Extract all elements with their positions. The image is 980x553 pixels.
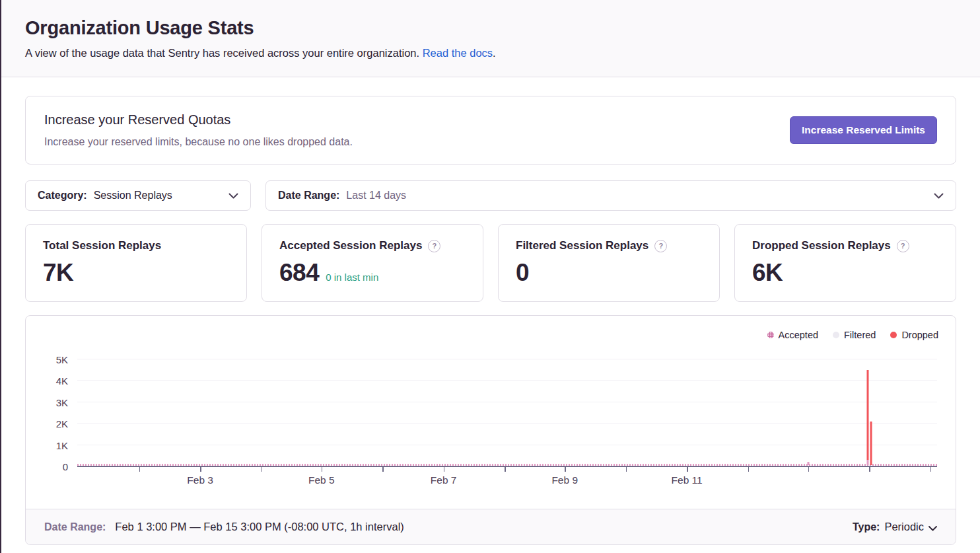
x-tick bbox=[382, 467, 384, 472]
x-axis-label-area bbox=[43, 466, 938, 509]
x-tick bbox=[200, 467, 201, 472]
stat-card-filtered: Filtered Session Replays ? 0 bbox=[498, 224, 720, 302]
x-tick bbox=[139, 467, 141, 472]
stat-card-accepted: Accepted Session Replays ? 684 0 in last… bbox=[262, 224, 483, 302]
type-select[interactable]: Type: Periodic bbox=[853, 521, 937, 533]
legend-item-dropped[interactable]: Dropped bbox=[890, 330, 938, 340]
date-range-select[interactable]: Date Range: Last 14 days bbox=[265, 180, 956, 211]
stat-label: Accepted Session Replays bbox=[279, 239, 422, 252]
accepted-bar bbox=[867, 460, 869, 465]
gridline bbox=[77, 423, 937, 424]
filtered-series-dot-icon bbox=[833, 332, 839, 338]
read-the-docs-link[interactable]: Read the docs bbox=[423, 47, 493, 59]
accepted-bar bbox=[808, 462, 810, 465]
stat-value: 0 bbox=[516, 259, 529, 287]
main-content: Increase your Reserved Quotas Increase y… bbox=[1, 77, 980, 545]
stat-card-total: Total Session Replays 7K bbox=[25, 224, 247, 302]
dropped-bar bbox=[870, 422, 872, 465]
y-tick-label: 0 bbox=[63, 461, 68, 472]
gridline bbox=[77, 359, 937, 359]
y-tick-label: 4K bbox=[56, 375, 68, 387]
subtitle-text: A view of the usage data that Sentry has… bbox=[25, 47, 419, 59]
quota-title: Increase your Reserved Quotas bbox=[44, 112, 353, 128]
legend-item-filtered[interactable]: Filtered bbox=[833, 330, 876, 340]
y-tick-label: 2K bbox=[56, 418, 68, 429]
accepted-series-dot-icon bbox=[767, 332, 774, 338]
subtitle-period: . bbox=[493, 47, 496, 59]
chart-area: Accepted Filtered Dropped 01K2 bbox=[26, 316, 956, 509]
x-tick bbox=[565, 467, 566, 472]
page-header: Organization Usage Stats A view of the u… bbox=[1, 0, 980, 77]
legend-label: Accepted bbox=[779, 330, 818, 340]
stat-label: Filtered Session Replays bbox=[516, 239, 648, 252]
usage-stats-page: Organization Usage Stats A view of the u… bbox=[0, 0, 980, 553]
x-tick bbox=[444, 467, 445, 472]
help-icon[interactable]: ? bbox=[897, 240, 909, 252]
stat-label: Dropped Session Replays bbox=[752, 239, 891, 252]
x-tick bbox=[322, 467, 323, 472]
y-tick-label: 5K bbox=[56, 354, 68, 365]
x-tick-label: Feb 11 bbox=[672, 474, 703, 486]
category-label: Category: bbox=[38, 190, 87, 202]
x-tick-label: Feb 7 bbox=[431, 474, 457, 486]
x-tick bbox=[808, 467, 810, 472]
usage-chart-card: Accepted Filtered Dropped 01K2 bbox=[25, 315, 956, 545]
x-axis-line bbox=[77, 466, 937, 467]
stat-value: 684 bbox=[279, 259, 319, 287]
stat-value: 6K bbox=[752, 259, 783, 287]
quota-text: Increase your Reserved Quotas Increase y… bbox=[44, 112, 353, 148]
gridline bbox=[77, 402, 937, 402]
legend-label: Dropped bbox=[901, 330, 938, 340]
category-value: Session Replays bbox=[94, 190, 172, 202]
help-icon[interactable]: ? bbox=[428, 240, 440, 252]
dropped-bar bbox=[867, 370, 869, 460]
dropped-series-dot-icon bbox=[890, 332, 897, 338]
type-value: Periodic bbox=[884, 521, 924, 533]
reserved-quota-banner: Increase your Reserved Quotas Increase y… bbox=[25, 96, 956, 165]
page-title: Organization Usage Stats bbox=[25, 17, 956, 39]
chart-legend: Accepted Filtered Dropped bbox=[43, 328, 938, 342]
x-tick bbox=[869, 467, 870, 472]
category-select[interactable]: Category: Session Replays bbox=[25, 180, 251, 211]
x-tick bbox=[687, 467, 688, 472]
footer-date-range-value: Feb 1 3:00 PM — Feb 15 3:00 PM (-08:00 U… bbox=[115, 521, 403, 533]
x-tick-label: Feb 3 bbox=[187, 474, 213, 486]
chart-plot-wrap: 01K2K3K4K5KFeb 3Feb 5Feb 7Feb 9Feb 11 bbox=[77, 359, 937, 466]
date-range-label: Date Range: bbox=[278, 190, 339, 202]
stat-card-dropped: Dropped Session Replays ? 6K bbox=[734, 224, 956, 302]
gridline bbox=[77, 445, 937, 445]
x-tick-label: Feb 9 bbox=[551, 474, 578, 486]
chart-footer: Date Range: Feb 1 3:00 PM — Feb 15 3:00 … bbox=[26, 509, 956, 544]
chevron-down-icon bbox=[928, 526, 937, 531]
stat-card-row: Total Session Replays 7K Accepted Sessio… bbox=[25, 224, 956, 302]
x-tick bbox=[505, 467, 506, 472]
page-subtitle: A view of the usage data that Sentry has… bbox=[25, 47, 956, 59]
x-tick bbox=[930, 467, 932, 472]
stat-label: Total Session Replays bbox=[43, 239, 161, 252]
x-tick bbox=[748, 467, 750, 472]
legend-item-accepted[interactable]: Accepted bbox=[767, 330, 818, 340]
quota-description: Increase your reserved limits, because n… bbox=[44, 136, 353, 148]
y-tick-label: 1K bbox=[56, 439, 68, 451]
stat-subvalue: 0 in last min bbox=[326, 272, 378, 283]
filter-row: Category: Session Replays Date Range: La… bbox=[25, 180, 956, 211]
increase-reserved-limits-button[interactable]: Increase Reserved Limits bbox=[790, 116, 937, 144]
x-tick bbox=[626, 467, 627, 472]
footer-date-range-label: Date Range: bbox=[44, 521, 106, 533]
y-tick-label: 3K bbox=[56, 396, 68, 408]
type-label: Type: bbox=[853, 521, 880, 533]
x-tick bbox=[262, 467, 263, 472]
gridline bbox=[77, 380, 937, 381]
footer-date-range: Date Range: Feb 1 3:00 PM — Feb 15 3:00 … bbox=[44, 521, 404, 533]
help-icon[interactable]: ? bbox=[654, 240, 667, 252]
date-range-value: Last 14 days bbox=[346, 190, 406, 202]
chevron-down-icon bbox=[228, 193, 238, 199]
legend-label: Filtered bbox=[844, 330, 876, 340]
chart-plot: 01K2K3K4K5KFeb 3Feb 5Feb 7Feb 9Feb 11 bbox=[77, 359, 937, 466]
chevron-down-icon bbox=[934, 193, 944, 199]
x-tick-label: Feb 5 bbox=[308, 474, 335, 486]
stat-value: 7K bbox=[43, 259, 73, 287]
